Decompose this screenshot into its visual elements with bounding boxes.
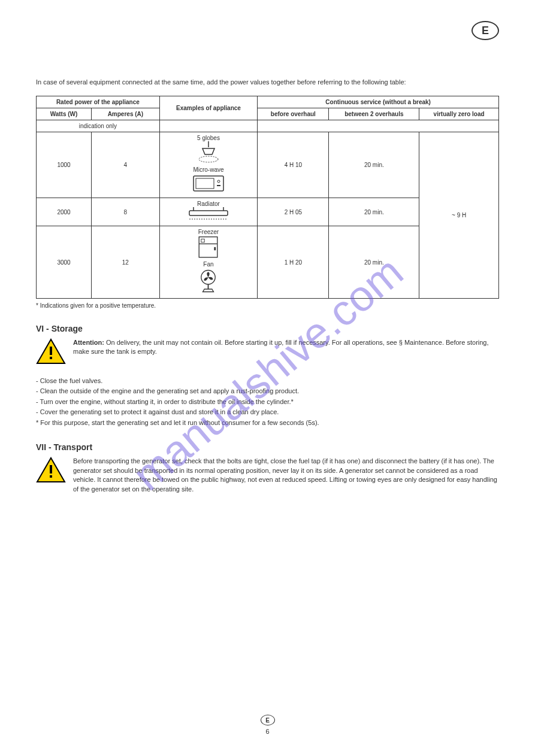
transport-warning: Before transporting the generator set, c…: [36, 457, 499, 494]
freezer-icon: [195, 235, 222, 260]
intro-text: In case of several equipment connected a…: [36, 78, 499, 87]
cell-between: 20 min.: [329, 198, 419, 226]
appliance-label: Freezer: [164, 229, 254, 235]
radiator-icon: [185, 207, 232, 222]
badge-letter: E: [482, 25, 489, 37]
table-header-row-1: Rated power of the appliance Examples of…: [37, 96, 499, 108]
cell-appliance: 5 globes Micro-wave: [159, 132, 258, 198]
warning-body: Before transporting the generator set, c…: [73, 457, 497, 492]
section-storage-title: VI - Storage: [36, 324, 499, 333]
cell-between: 20 min.: [329, 226, 419, 299]
appliance-label: Radiator: [164, 201, 254, 207]
svg-rect-8: [189, 211, 228, 215]
table-subheader-row: indication only: [37, 120, 499, 132]
list-item: - Clean the outside of the engine and th…: [36, 386, 499, 396]
footer-letter: E: [265, 717, 270, 724]
cell-before: 2 H 05: [258, 198, 329, 226]
svg-rect-5: [217, 185, 220, 186]
section-transport-title: VII - Transport: [36, 442, 499, 452]
list-item: - Close the fuel valves.: [36, 376, 499, 386]
warning-label: Attention:: [73, 339, 104, 346]
col-watts: Watts (W): [37, 108, 92, 120]
table-row: 1000 4 5 globes Micro-wave 4 H 10 20 min…: [37, 132, 499, 198]
col-amperes: Amperes (A): [92, 108, 160, 120]
page-language-badge: E: [471, 21, 499, 40]
svg-rect-17: [50, 357, 52, 359]
microwave-icon: [191, 173, 226, 194]
appliance-label: Micro-wave: [164, 166, 254, 173]
cell-appliance: Freezer Fan: [159, 226, 258, 299]
warning-text: Attention: On delivery, the unit may not…: [73, 338, 499, 357]
cell-amperes: 12: [92, 226, 160, 299]
appliance-label: Fan: [164, 261, 254, 268]
svg-rect-3: [196, 178, 214, 189]
col-before: before overhaul: [258, 108, 329, 120]
sub-indicative: indication only: [37, 120, 160, 132]
svg-rect-10: [200, 237, 218, 257]
appliance-power-table: Rated power of the appliance Examples of…: [36, 96, 499, 299]
col-example: Examples of appliance: [159, 96, 258, 120]
svg-rect-18: [50, 465, 52, 473]
svg-rect-19: [50, 475, 52, 478]
col-between: between 2 overhauls: [329, 108, 419, 120]
warning-icon: [36, 338, 66, 365]
svg-point-4: [217, 180, 220, 183]
warning-body: On delivery, the unit may not contain oi…: [73, 339, 489, 355]
svg-rect-16: [50, 347, 52, 355]
page-footer: E 6: [0, 715, 535, 735]
svg-rect-13: [214, 247, 216, 250]
svg-point-1: [199, 156, 218, 162]
cell-between: 20 min.: [329, 132, 419, 198]
col-virtually: virtually zero load: [419, 108, 499, 120]
lamp-icon: [191, 141, 226, 165]
col-power: Rated power of the appliance: [37, 96, 160, 108]
list-item: * For this purpose, start the generating…: [36, 418, 499, 428]
storage-warning: Attention: On delivery, the unit may not…: [36, 338, 499, 365]
warning-icon: [36, 457, 66, 484]
list-item: - Turn over the engine, without starting…: [36, 397, 499, 407]
warning-text: Before transporting the generator set, c…: [73, 457, 499, 494]
cell-amperes: 4: [92, 132, 160, 198]
list-item: - Cover the generating set to protect it…: [36, 407, 499, 417]
cell-watts: 2000: [37, 198, 92, 226]
cell-appliance: Radiator: [159, 198, 258, 226]
sub-empty2: [258, 120, 499, 132]
cell-amperes: 8: [92, 198, 160, 226]
cell-before: 1 H 20: [258, 226, 329, 299]
page-number: 6: [0, 728, 535, 735]
cell-before: 4 H 10: [258, 132, 329, 198]
appliance-label: 5 globes: [164, 135, 254, 141]
col-dc: Continuous service (without a break): [258, 96, 499, 108]
footer-language-badge: E: [261, 715, 275, 725]
sub-empty: [159, 120, 258, 132]
table-header-row-2: Watts (W) Amperes (A) before overhaul be…: [37, 108, 499, 120]
table-footnote: * Indications given for a positive tempe…: [36, 302, 499, 309]
fan-icon: [195, 268, 222, 294]
storage-list: - Close the fuel valves. - Clean the out…: [36, 376, 499, 428]
cell-watts: 1000: [37, 132, 92, 198]
svg-rect-12: [201, 239, 204, 242]
cell-watts: 3000: [37, 226, 92, 299]
cell-virtually: ~ 9 H: [419, 132, 499, 299]
